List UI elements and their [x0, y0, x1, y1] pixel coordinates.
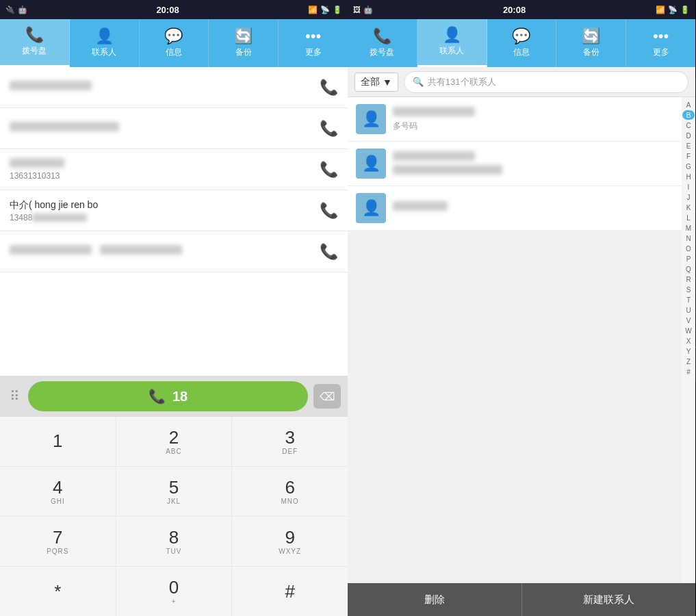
messages-icon-r: 💬 [512, 29, 530, 44]
alpha-N[interactable]: N [682, 233, 695, 243]
key-sub: JKL [167, 498, 181, 505]
right-tab-backup[interactable]: 🔄 备份 [556, 19, 626, 67]
key-2[interactable]: 2 ABC [116, 417, 232, 466]
alpha-V[interactable]: V [682, 316, 695, 325]
alpha-hash[interactable]: # [682, 367, 695, 376]
blurred-name [10, 158, 64, 168]
right-tab-dialpad[interactable]: 📞 拨号盘 [348, 19, 417, 67]
left-tab-more-label: 更多 [305, 47, 322, 58]
alpha-D[interactable]: D [682, 131, 695, 140]
new-contact-button[interactable]: 新建联系人 [522, 583, 696, 616]
left-tab-dialpad[interactable]: 📞 拨号盘 [0, 19, 70, 67]
left-tab-backup[interactable]: 🔄 备份 [209, 19, 279, 67]
key-hash[interactable]: # [232, 567, 348, 616]
left-tab-bar: 📞 拨号盘 👤 联系人 💬 信息 🔄 备份 ••• 更多 [0, 19, 348, 67]
right-tab-backup-label: 备份 [583, 47, 600, 58]
key-9[interactable]: 9 WXYZ [232, 517, 348, 566]
list-item[interactable]: 📞 [0, 108, 348, 149]
left-tab-more[interactable]: ••• 更多 [279, 19, 348, 67]
key-0[interactable]: 0 + [116, 567, 232, 616]
list-item[interactable]: 13631310313 📞 [0, 149, 348, 190]
key-8[interactable]: 8 TUV [116, 517, 232, 566]
alpha-S[interactable]: S [682, 285, 695, 294]
call-icon[interactable]: 📞 [320, 79, 338, 97]
left-tab-contacts[interactable]: 👤 联系人 [70, 19, 140, 67]
alpha-T[interactable]: T [682, 295, 695, 305]
contact-info: 中介( hong jie ren bo 13488 [10, 199, 313, 222]
key-main: 2 [169, 428, 179, 446]
alpha-X[interactable]: X [682, 336, 695, 346]
alpha-M[interactable]: M [682, 223, 695, 233]
delete-contacts-button[interactable]: 删除 [348, 583, 522, 616]
blurred-name [393, 201, 448, 211]
call-icon[interactable]: 📞 [320, 120, 338, 138]
contact-card[interactable]: 👤 多号码 [348, 97, 682, 142]
key-star[interactable]: * [0, 567, 116, 616]
phone-icon: 📞 [149, 388, 166, 405]
alpha-J[interactable]: J [682, 192, 695, 202]
alpha-Z[interactable]: Z [682, 357, 695, 366]
key-sub: WXYZ [279, 548, 301, 555]
key-main: 5 [169, 478, 179, 496]
avatar: 👤 [356, 149, 386, 179]
key-3[interactable]: 3 DEF [232, 417, 348, 466]
alpha-A[interactable]: A [682, 100, 695, 110]
right-tab-contacts[interactable]: 👤 联系人 [417, 19, 487, 67]
more-icon: ••• [305, 29, 321, 44]
key-5[interactable]: 5 JKL [116, 467, 232, 516]
call-icon[interactable]: 📞 [320, 202, 338, 220]
delete-button[interactable]: ⌫ [313, 384, 341, 409]
delete-label: 删除 [424, 593, 445, 606]
key-1[interactable]: 1 [0, 417, 116, 466]
alpha-C[interactable]: C [682, 120, 695, 130]
alpha-I[interactable]: I [682, 182, 695, 192]
call-icon[interactable]: 📞 [320, 161, 338, 179]
alpha-L[interactable]: L [682, 213, 695, 222]
blurred-name2 [100, 245, 182, 255]
usb-icon: 🔌 [5, 5, 15, 14]
alpha-U[interactable]: U [682, 305, 695, 315]
right-time: 20:08 [503, 5, 526, 15]
alpha-Y[interactable]: Y [682, 346, 695, 356]
alpha-F[interactable]: F [682, 151, 695, 161]
alpha-G[interactable]: G [682, 162, 695, 171]
key-sub: GHI [51, 498, 65, 505]
contact-card[interactable]: 👤 [348, 142, 682, 186]
delete-icon: ⌫ [320, 390, 335, 403]
search-bar[interactable]: 🔍 共有131个联系人 [404, 71, 688, 93]
alpha-H[interactable]: H [682, 172, 695, 181]
left-network-icons: 📶 📡 🔋 [308, 5, 342, 14]
key-main: 0 [169, 578, 179, 596]
alpha-K[interactable]: K [682, 203, 695, 212]
alpha-E[interactable]: E [682, 141, 695, 151]
list-item[interactable]: 📞 [0, 231, 348, 272]
right-tab-contacts-label: 联系人 [439, 45, 464, 57]
key-4[interactable]: 4 GHI [0, 467, 116, 516]
alpha-R[interactable]: R [682, 274, 695, 284]
alpha-B[interactable]: B [682, 110, 695, 120]
contact-card-name [393, 201, 673, 213]
right-tab-bar: 📞 拨号盘 👤 联系人 💬 信息 🔄 备份 ••• 更多 [348, 19, 695, 67]
right-tab-messages[interactable]: 💬 信息 [487, 19, 557, 67]
call-icon[interactable]: 📞 [320, 243, 338, 261]
list-item[interactable]: 中介( hong jie ren bo 13488 📞 [0, 190, 348, 231]
call-button[interactable]: 📞 18 [28, 381, 308, 411]
wifi-icon: 📶 [308, 5, 318, 14]
dialer-input-row: ⠿ 📞 18 ⌫ [0, 376, 348, 417]
key-6[interactable]: 6 MNO [232, 467, 348, 516]
contact-card[interactable]: 👤 [348, 186, 682, 231]
signal-icon-r: 📡 [668, 5, 678, 14]
filter-label: 全部 [361, 76, 380, 88]
alpha-Q[interactable]: Q [682, 264, 695, 274]
alpha-O[interactable]: O [682, 244, 695, 253]
alpha-P[interactable]: P [682, 254, 695, 264]
key-7[interactable]: 7 PQRS [0, 517, 116, 566]
list-item[interactable]: 📞 [0, 67, 348, 108]
key-sub: TUV [166, 548, 181, 555]
contacts-list-area: 👤 多号码 👤 [348, 97, 682, 583]
dialpad-icon: 📞 [25, 27, 44, 42]
filter-dropdown[interactable]: 全部 ▼ [355, 73, 398, 92]
left-tab-messages[interactable]: 💬 信息 [140, 19, 209, 67]
alpha-W[interactable]: W [682, 326, 695, 335]
right-tab-more[interactable]: ••• 更多 [626, 19, 695, 67]
